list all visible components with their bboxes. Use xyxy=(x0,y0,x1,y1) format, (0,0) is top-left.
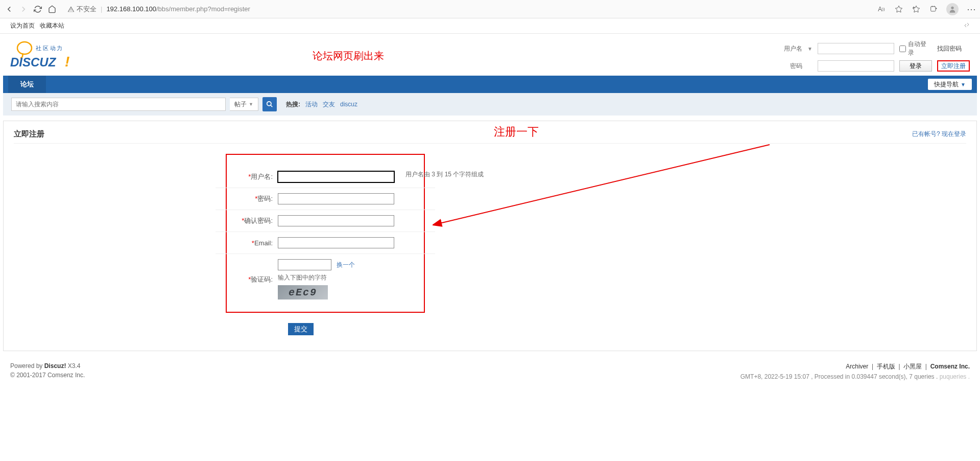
insecure-icon: 不安全 xyxy=(67,5,97,14)
hot-label: 热搜: xyxy=(286,100,300,109)
forward-icon[interactable] xyxy=(18,4,29,14)
hot-link-0[interactable]: 活动 xyxy=(305,100,318,109)
profile-avatar[interactable] xyxy=(946,3,959,15)
register-form: 用户名由 3 到 15 个字符组成 *用户名: *密码: *确认密码: *Ema… xyxy=(226,154,425,313)
nav-tab-forum[interactable]: 论坛 xyxy=(8,76,46,93)
discuz-link[interactable]: Discuz! xyxy=(44,362,66,370)
register-panel: 立即注册 已有帐号? 现在登录 注册一下 用户名由 3 到 15 个字符组成 *… xyxy=(3,121,977,351)
refresh-icon[interactable] xyxy=(33,4,43,14)
main-nav: 论坛 快捷导航 ▼ xyxy=(3,76,977,93)
svg-rect-4 xyxy=(931,6,936,11)
submit-button[interactable]: 提交 xyxy=(288,323,314,335)
svg-line-13 xyxy=(271,105,273,107)
url-path: /bbs/member.php?mod=register xyxy=(156,5,250,13)
login-pass-input[interactable] xyxy=(818,60,894,72)
set-home-link[interactable]: 设为首页 xyxy=(10,21,35,30)
svg-text:DISCUZ: DISCUZ xyxy=(10,55,57,69)
site-header: 社 区 动 力 DISCUZ ! 论坛网页刷出来 用户名 ▼ 自动登录 找回密码… xyxy=(0,34,980,76)
email-label: *Email: xyxy=(227,239,273,247)
annotation-arrow xyxy=(433,142,775,254)
footer-watermark: puqueries . xyxy=(940,373,970,380)
star-add-icon[interactable] xyxy=(894,5,903,14)
back-icon[interactable] xyxy=(4,4,14,14)
archiver-link[interactable]: Archiver xyxy=(846,363,868,370)
forgot-password-link[interactable]: 找回密码 xyxy=(937,44,962,53)
read-aloud-icon[interactable]: A)) xyxy=(877,5,886,14)
hot-link-1[interactable]: 交友 xyxy=(323,100,335,109)
login-button[interactable]: 登录 xyxy=(899,60,932,72)
search-type-label: 帖子 xyxy=(234,100,247,109)
svg-point-7 xyxy=(951,6,953,9)
favorite-link[interactable]: 收藏本站 xyxy=(40,21,64,30)
auto-login[interactable]: 自动登录 xyxy=(899,40,932,57)
quick-nav[interactable]: 快捷导航 ▼ xyxy=(928,79,972,90)
svg-text:!: ! xyxy=(65,54,69,70)
favorites-icon[interactable] xyxy=(912,5,921,14)
footer-left: Powered by Discuz! X3.4 © 2001-2017 Coms… xyxy=(10,362,85,380)
login-user-label: 用户名 xyxy=(778,44,802,53)
site-footer: Powered by Discuz! X3.4 © 2001-2017 Coms… xyxy=(0,356,980,396)
search-input[interactable] xyxy=(11,98,226,111)
email-input[interactable] xyxy=(278,237,394,248)
more-menu-icon[interactable]: ⋯ xyxy=(967,5,976,14)
chevron-down-icon: ▼ xyxy=(961,82,966,87)
nav-buttons xyxy=(4,4,57,14)
search-bar: 帖子 ▼ 热搜: 活动 交友 discuz xyxy=(3,93,977,116)
captcha-hint: 输入下图中的字符 xyxy=(278,273,355,282)
home-icon[interactable] xyxy=(47,4,57,14)
collections-icon[interactable] xyxy=(929,5,938,14)
blackroom-link[interactable]: 小黑屋 xyxy=(903,363,922,370)
svg-line-15 xyxy=(440,145,770,223)
register-link[interactable]: 立即注册 xyxy=(937,60,970,72)
mobile-link[interactable]: 手机版 xyxy=(877,363,895,370)
panel-title: 立即注册 xyxy=(14,129,44,139)
site-logo[interactable]: 社 区 动 力 DISCUZ ! xyxy=(10,41,82,71)
header-login-box: 用户名 ▼ 自动登录 找回密码 密码 登录 立即注册 xyxy=(778,40,970,72)
auto-login-checkbox[interactable] xyxy=(899,45,906,52)
chevron-down-icon: ▼ xyxy=(249,102,253,107)
svg-marker-0 xyxy=(895,6,902,12)
hot-link-2[interactable]: discuz xyxy=(340,101,357,108)
auto-login-label: 自动登录 xyxy=(908,40,932,57)
svg-text:社 区 动 力: 社 区 动 力 xyxy=(36,45,62,51)
copyright: © 2001-2017 Comsenz Inc. xyxy=(10,372,85,379)
annotation-1: 论坛网页刷出来 xyxy=(313,49,384,63)
panel-header: 立即注册 已有帐号? 现在登录 xyxy=(14,129,966,144)
collapse-icon[interactable] xyxy=(964,22,970,30)
search-type-dropdown[interactable]: 帖子 ▼ xyxy=(230,98,258,111)
already-have-account-link[interactable]: 已有帐号? 现在登录 xyxy=(912,130,966,139)
address-bar[interactable]: 不安全 | 192.168.100.100/bbs/member.php?mod… xyxy=(67,5,869,14)
username-input[interactable] xyxy=(278,171,394,182)
password-input[interactable] xyxy=(278,193,394,204)
url-host: 192.168.100.100 xyxy=(106,5,156,13)
username-label: *用户名: xyxy=(227,172,273,181)
captcha-refresh-link[interactable]: 换一个 xyxy=(337,261,355,269)
svg-point-8 xyxy=(17,42,32,54)
site-toolbar: 设为首页 收藏本站 xyxy=(0,18,980,34)
username-hint: 用户名由 3 到 15 个字符组成 xyxy=(405,170,484,179)
captcha-input[interactable] xyxy=(278,259,331,270)
captcha-label: *验证码: xyxy=(227,275,273,284)
annotation-2: 注册一下 xyxy=(494,124,539,140)
captcha-image: eEc9 xyxy=(278,285,328,299)
comsenz-link[interactable]: Comsenz Inc. xyxy=(930,363,970,370)
hot-search: 热搜: 活动 交友 discuz xyxy=(286,100,357,109)
password-label: *密码: xyxy=(227,194,273,203)
insecure-label: 不安全 xyxy=(77,5,97,14)
svg-point-12 xyxy=(267,102,271,106)
footer-stats: GMT+8, 2022-5-19 15:07 , Processed in 0.… xyxy=(740,373,938,380)
url-separator: | xyxy=(101,5,102,13)
search-button[interactable] xyxy=(262,97,277,111)
login-user-input[interactable] xyxy=(818,43,894,54)
browser-toolbar: 不安全 | 192.168.100.100/bbs/member.php?mod… xyxy=(0,0,980,18)
confirm-password-input[interactable] xyxy=(278,215,394,226)
confirm-password-label: *确认密码: xyxy=(227,216,273,225)
browser-right-icons: A)) ⋯ xyxy=(877,3,976,15)
login-pass-label: 密码 xyxy=(778,62,802,71)
quick-nav-label: 快捷导航 xyxy=(934,80,959,89)
footer-right: Archiver | 手机版 | 小黑屋 | Comsenz Inc. GMT+… xyxy=(740,362,970,380)
